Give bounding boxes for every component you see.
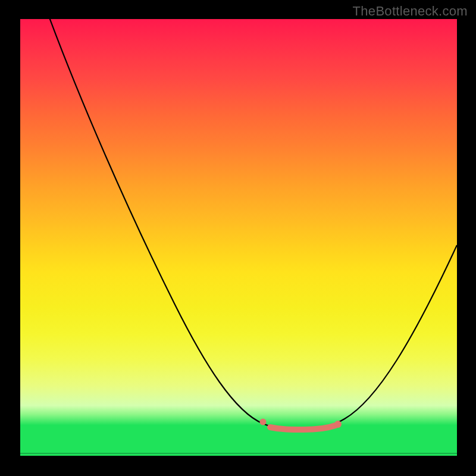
bottleneck-curve	[49, 19, 457, 428]
plot-area	[20, 19, 457, 456]
chart-svg	[20, 19, 457, 456]
watermark-text: TheBottleneck.com	[353, 4, 468, 19]
highlight-end-dot	[334, 421, 342, 428]
highlight-start-dot	[260, 419, 267, 425]
highlight-segment	[270, 425, 336, 430]
